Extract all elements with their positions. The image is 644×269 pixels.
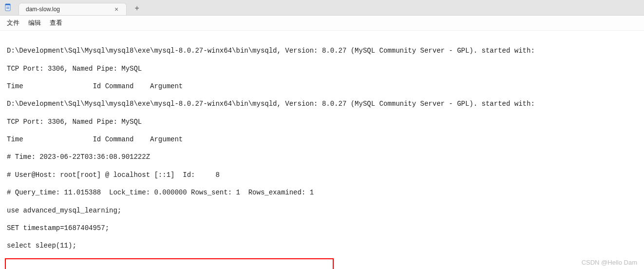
log-line: select sleep(11); [7,241,637,250]
menu-file[interactable]: 文件 [7,19,19,27]
watermark: CSDN @Hello Dam [582,259,637,266]
log-line: D:\Development\Sql\Mysql\mysql8\exe\mysq… [7,99,637,108]
log-line: TCP Port: 3306, Named Pipe: MySQL [7,64,637,73]
log-content: D:\Development\Sql\Mysql\mysql8\exe\mysq… [0,31,644,269]
log-line: # Time: 2023-06-22T03:36:08.901222Z [7,153,637,161]
menu-edit[interactable]: 编辑 [28,19,41,27]
log-line: D:\Development\Sql\Mysql\mysql8\exe\mysq… [7,46,637,55]
log-line: Time Id Command Argument [7,135,637,144]
plus-icon: + [135,4,139,13]
log-line: # User@Host: root[root] @ localhost [::1… [7,171,637,179]
log-line: SET timestamp=1687404957; [7,224,637,232]
svg-rect-1 [5,4,10,5]
menubar: 文件 编辑 查看 [0,16,644,31]
new-tab-button[interactable]: + [130,1,144,15]
highlighted-section: # Time: 2023-06-22T03:40:45.171751Z # Us… [5,258,334,269]
log-line: Time Id Command Argument [7,82,637,91]
tabs-container: dam-slow.log × + [16,0,144,15]
log-line: # Query_time: 11.015388 Lock_time: 0.000… [7,188,637,197]
notepad-icon [4,3,12,11]
log-line: use advanced_mysql_learning; [7,206,637,215]
log-line: TCP Port: 3306, Named Pipe: MySQL [7,117,637,126]
titlebar: dam-slow.log × + [0,0,644,16]
close-icon[interactable]: × [114,6,119,13]
app-icon [0,0,16,15]
menu-view[interactable]: 查看 [50,19,62,27]
tab-dam-slow-log[interactable]: dam-slow.log × [19,3,127,15]
tab-label: dam-slow.log [26,6,60,13]
